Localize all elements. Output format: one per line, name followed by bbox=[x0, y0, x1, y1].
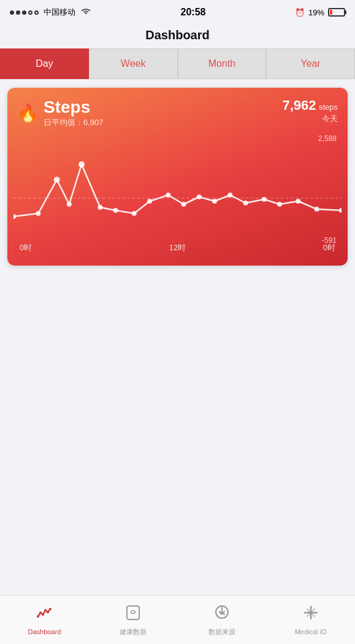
steps-count: 7,962 bbox=[282, 98, 316, 113]
steps-value-line: 7,962 steps bbox=[282, 98, 338, 113]
steps-header: 🔥 Steps 日平均值：6,907 7,962 steps 今天 bbox=[7, 88, 348, 131]
svg-point-8 bbox=[132, 211, 137, 216]
chart-area: 2,588 -591 bbox=[7, 131, 348, 266]
svg-point-25 bbox=[47, 611, 49, 613]
steps-chart bbox=[13, 131, 342, 241]
svg-point-4 bbox=[67, 202, 72, 207]
battery-icon bbox=[328, 8, 345, 17]
svg-point-10 bbox=[166, 193, 170, 197]
steps-value-group: 7,962 steps 今天 bbox=[282, 98, 338, 125]
time-middle: 12时 bbox=[169, 242, 186, 253]
svg-point-11 bbox=[181, 202, 186, 207]
tab-year[interactable]: Year bbox=[266, 48, 355, 79]
svg-point-7 bbox=[113, 208, 118, 213]
signal-dots bbox=[10, 10, 39, 15]
svg-point-2 bbox=[36, 211, 40, 216]
time-tabs: Day Week Month Year bbox=[0, 48, 355, 79]
svg-point-13 bbox=[212, 199, 217, 204]
chart-time-labels: 0时 12时 0时 bbox=[13, 241, 342, 262]
nav-medical-label: Medical ID bbox=[295, 628, 327, 635]
nav-dashboard-label: Dashboard bbox=[28, 628, 61, 635]
svg-point-1 bbox=[13, 214, 16, 219]
steps-today: 今天 bbox=[282, 113, 338, 125]
carrier-label: 中国移动 bbox=[44, 7, 75, 18]
flame-icon: 🔥 bbox=[17, 103, 39, 123]
steps-title-group: 🔥 Steps 日平均值：6,907 bbox=[17, 98, 104, 128]
svg-point-21 bbox=[37, 615, 39, 618]
source-icon bbox=[213, 604, 231, 625]
tab-day[interactable]: Day bbox=[0, 48, 89, 79]
health-icon bbox=[124, 604, 142, 625]
dot5 bbox=[34, 10, 39, 15]
battery-pct: 19% bbox=[308, 8, 324, 17]
svg-point-19 bbox=[315, 207, 319, 212]
status-right: ⏰ 19% bbox=[295, 8, 345, 17]
dot2 bbox=[16, 10, 20, 15]
status-left: 中国移动 bbox=[10, 7, 91, 18]
time-start: 0时 bbox=[20, 242, 32, 253]
steps-subtitle: 日平均值：6,907 bbox=[44, 117, 104, 128]
nav-dashboard[interactable]: Dashboard bbox=[0, 604, 89, 635]
bottom-nav: Dashboard 健康数据 数据来源 bbox=[0, 595, 355, 644]
nav-source-label: 数据来源 bbox=[208, 627, 235, 637]
chart-max-label: 2,588 bbox=[318, 134, 337, 143]
subtitle-label: 日平均值： bbox=[44, 118, 83, 127]
svg-point-3 bbox=[54, 177, 60, 183]
steps-title: Steps bbox=[44, 98, 104, 117]
svg-point-20 bbox=[339, 208, 342, 213]
svg-point-16 bbox=[262, 197, 267, 202]
chart-min-label: -591 bbox=[322, 236, 337, 245]
medical-icon bbox=[302, 604, 319, 626]
wifi-icon bbox=[80, 7, 91, 18]
svg-rect-27 bbox=[127, 606, 139, 619]
svg-point-17 bbox=[277, 202, 282, 207]
svg-point-26 bbox=[49, 608, 52, 610]
svg-point-14 bbox=[227, 193, 232, 197]
status-bar: 中国移动 20:58 ⏰ 19% bbox=[0, 0, 355, 25]
dot1 bbox=[10, 10, 14, 15]
tab-week[interactable]: Week bbox=[89, 48, 178, 79]
svg-point-23 bbox=[42, 613, 44, 616]
nav-health-label: 健康数据 bbox=[120, 627, 147, 637]
svg-point-18 bbox=[296, 199, 300, 204]
svg-point-6 bbox=[97, 205, 102, 210]
dashboard-icon bbox=[36, 604, 53, 626]
page-title-bar: Dashboard bbox=[0, 25, 355, 48]
steps-card: 🔥 Steps 日平均值：6,907 7,962 steps 今天 2,588 bbox=[7, 88, 348, 266]
svg-point-24 bbox=[44, 609, 47, 611]
nav-source[interactable]: 数据来源 bbox=[178, 604, 267, 637]
svg-point-15 bbox=[243, 201, 248, 205]
nav-medical[interactable]: Medical ID bbox=[266, 604, 355, 635]
alarm-icon: ⏰ bbox=[295, 8, 305, 17]
svg-point-9 bbox=[147, 199, 152, 204]
steps-title-text: Steps 日平均值：6,907 bbox=[44, 98, 104, 128]
nav-health[interactable]: 健康数据 bbox=[89, 604, 178, 637]
svg-point-12 bbox=[197, 194, 202, 199]
svg-point-22 bbox=[39, 611, 42, 614]
svg-point-5 bbox=[78, 161, 85, 167]
subtitle-value: 6,907 bbox=[83, 118, 104, 127]
tab-month[interactable]: Month bbox=[178, 48, 267, 79]
status-time: 20:58 bbox=[181, 7, 206, 18]
page-title: Dashboard bbox=[0, 28, 355, 42]
dot3 bbox=[22, 10, 26, 15]
steps-unit: steps bbox=[319, 102, 338, 112]
dot4 bbox=[28, 10, 32, 15]
